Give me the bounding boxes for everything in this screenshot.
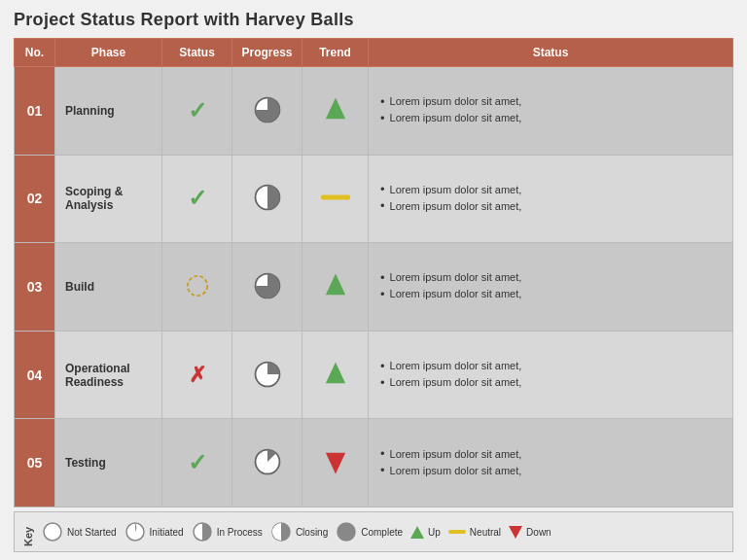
svg-marker-1 — [325, 97, 344, 119]
row-status-desc: Lorem ipsum dolor sit amet,Lorem ipsum d… — [369, 331, 733, 419]
col-header-no: No. — [15, 39, 55, 67]
row-progress — [232, 419, 302, 508]
bullet-item: Lorem ipsum dolor sit amet, — [380, 463, 728, 477]
col-header-status: Status — [162, 39, 232, 67]
col-header-phase: Phase — [55, 39, 162, 67]
row-phase: Scoping & Analysis — [55, 155, 162, 243]
row-trend — [302, 419, 369, 508]
row-phase: Build — [55, 243, 162, 332]
row-status: ✓ — [162, 419, 232, 508]
col-header-status-desc: Status — [369, 39, 733, 67]
row-status: ✓ — [162, 67, 232, 156]
key-down-arrow-icon — [509, 526, 522, 539]
svg-marker-6 — [325, 274, 344, 296]
row-number: 02 — [15, 155, 55, 243]
row-status — [162, 243, 232, 332]
bullet-item: Lorem ipsum dolor sit amet, — [380, 270, 728, 285]
row-trend — [302, 67, 369, 156]
key-neutral-bar-icon — [448, 530, 466, 534]
key-item-neutral: Neutral — [448, 527, 501, 538]
row-status: ✗ — [162, 331, 232, 419]
row-number: 05 — [15, 419, 55, 508]
table-row: 01Planning✓Lorem ipsum dolor sit amet,Lo… — [15, 67, 733, 156]
row-trend — [302, 243, 369, 332]
row-trend — [302, 155, 369, 243]
bullet-item: Lorem ipsum dolor sit amet, — [380, 94, 728, 109]
bullet-item: Lorem ipsum dolor sit amet, — [380, 182, 728, 196]
key-item-down: Down — [509, 526, 551, 539]
bullet-item: Lorem ipsum dolor sit amet, — [380, 375, 728, 390]
svg-point-15 — [338, 523, 355, 541]
bullet-item: Lorem ipsum dolor sit amet, — [380, 446, 728, 461]
page-title: Project Status Report with Harvey Balls — [14, 10, 733, 30]
row-phase: Planning — [55, 67, 162, 156]
table-row: 05Testing✓Lorem ipsum dolor sit amet,Lor… — [15, 419, 733, 508]
bullet-item: Lorem ipsum dolor sit amet, — [380, 359, 728, 373]
row-number: 04 — [15, 331, 55, 419]
table-row: 02Scoping & Analysis✓Lorem ipsum dolor s… — [15, 155, 733, 243]
key-item-complete: Complete — [336, 521, 403, 542]
main-table: No. Phase Status Progress Trend Status 0… — [14, 38, 733, 508]
key-items: Not Started Initiated In Process Closing — [42, 521, 551, 542]
row-phase: Operational Readiness — [55, 331, 162, 419]
row-status-desc: Lorem ipsum dolor sit amet,Lorem ipsum d… — [369, 155, 733, 243]
row-trend — [302, 331, 369, 419]
bullet-item: Lorem ipsum dolor sit amet, — [380, 111, 728, 125]
key-up-arrow-icon — [410, 526, 424, 539]
key-item-initiated: Initiated — [124, 521, 184, 542]
row-number: 03 — [15, 243, 55, 332]
row-status: ✓ — [162, 155, 232, 243]
bullet-item: Lorem ipsum dolor sit amet, — [380, 198, 728, 213]
table-wrapper: No. Phase Status Progress Trend Status 0… — [14, 38, 733, 508]
table-row: 03BuildLorem ipsum dolor sit amet,Lorem … — [15, 243, 733, 332]
row-progress — [232, 155, 302, 243]
key-item-in-process: In Process — [192, 521, 263, 542]
bullet-item: Lorem ipsum dolor sit amet, — [380, 287, 728, 301]
key-item-not-started: Not Started — [42, 521, 117, 542]
key-item-up: Up — [410, 526, 441, 539]
svg-marker-10 — [325, 453, 344, 474]
row-progress — [232, 243, 302, 332]
svg-point-4 — [187, 276, 206, 296]
row-status-desc: Lorem ipsum dolor sit amet,Lorem ipsum d… — [369, 243, 733, 332]
key-label: Key — [22, 517, 34, 546]
key-footer: Key Not Started Initiated In Process — [14, 511, 733, 552]
row-status-desc: Lorem ipsum dolor sit amet,Lorem ipsum d… — [369, 67, 733, 156]
row-status-desc: Lorem ipsum dolor sit amet,Lorem ipsum d… — [369, 419, 733, 508]
col-header-trend: Trend — [302, 39, 369, 67]
col-header-progress: Progress — [232, 39, 302, 67]
row-progress — [232, 331, 302, 419]
svg-point-11 — [44, 523, 61, 541]
svg-marker-8 — [325, 362, 344, 383]
row-number: 01 — [15, 67, 55, 156]
table-row: 04Operational Readiness✗Lorem ipsum dolo… — [15, 331, 733, 419]
key-item-closing: Closing — [270, 521, 328, 542]
row-phase: Testing — [55, 419, 162, 508]
svg-rect-3 — [321, 195, 350, 200]
row-progress — [232, 67, 302, 156]
